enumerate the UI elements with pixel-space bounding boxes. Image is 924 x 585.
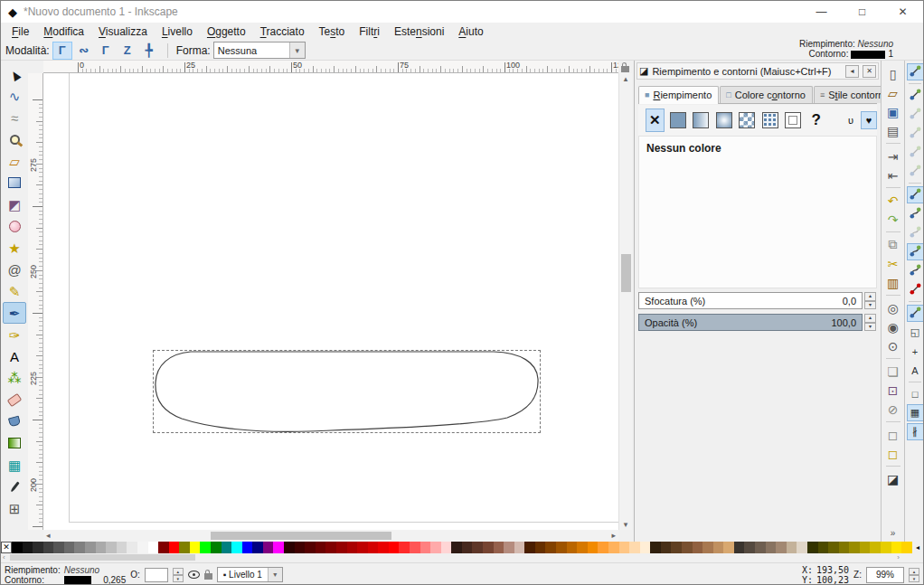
zoom-input[interactable]: 99% (866, 567, 904, 583)
unlink-clone-button[interactable]: ⊘ (883, 400, 903, 419)
palette-swatch[interactable] (723, 542, 734, 553)
redo-button[interactable]: ↷ (883, 210, 903, 229)
vertical-scrollbar-thumb[interactable] (621, 254, 631, 292)
box3d-tool[interactable]: ◩ (3, 193, 26, 215)
layer-visibility-icon[interactable] (188, 571, 200, 579)
palette-swatch[interactable] (399, 542, 410, 553)
fill-radial-gradient-button[interactable] (715, 109, 734, 132)
palette-swatch[interactable] (64, 542, 75, 553)
tweak-tool[interactable]: ≈ (3, 107, 26, 128)
palette-swatch[interactable] (441, 542, 452, 553)
snap-smooth-nodes-button[interactable] (907, 262, 924, 279)
mode-spiro[interactable]: ∾ (74, 42, 94, 60)
snap-midpoints-button[interactable] (907, 281, 924, 298)
horizontal-scrollbar[interactable]: ◂ ▸ (43, 530, 618, 542)
fill-help-button[interactable]: ? (807, 109, 826, 132)
palette-swatch[interactable] (263, 542, 274, 553)
palette-swatch[interactable] (12, 542, 23, 553)
fill-pattern-button[interactable] (738, 109, 757, 132)
new-document-button[interactable]: ▯ (883, 64, 903, 83)
copy-button[interactable]: ⧉ (883, 235, 903, 254)
opacity-slider[interactable]: Opacità (%) 100,0 (638, 314, 863, 331)
palette-swatch[interactable] (430, 542, 441, 553)
canvas[interactable] (43, 73, 618, 530)
mesh-tool[interactable]: ▦ (3, 454, 26, 476)
palette-swatch-none[interactable]: ✕ (1, 542, 12, 553)
drawn-path[interactable] (43, 73, 618, 530)
menu-visualizza[interactable]: Visualizza (91, 24, 155, 40)
snap-bbox-button[interactable] (907, 87, 924, 104)
dock-close-button[interactable]: ✕ (863, 65, 876, 78)
dropper-tool[interactable] (3, 476, 26, 497)
palette-swatch[interactable] (494, 542, 504, 553)
palette-swatch[interactable] (661, 542, 672, 553)
palette-swatch[interactable] (535, 542, 546, 553)
undo-button[interactable]: ↶ (883, 191, 903, 210)
snap-bbox-edge-midpoints-button[interactable] (907, 144, 924, 161)
fill-rule-evenodd-button[interactable]: υ (843, 111, 859, 129)
palette-swatch[interactable] (702, 542, 713, 553)
palette-swatch[interactable] (357, 542, 368, 553)
snap-rotation-center-button[interactable]: ◱ (907, 324, 924, 341)
print-button[interactable]: ▤ (883, 121, 903, 140)
menu-testo[interactable]: Testo (312, 24, 353, 40)
palette-swatch[interactable] (619, 542, 630, 553)
paint-bucket-tool[interactable] (3, 410, 26, 432)
snap-cusp-nodes-button[interactable] (907, 243, 924, 260)
minimize-button[interactable]: — (801, 1, 842, 23)
chevron-down-icon[interactable]: ▾ (289, 42, 305, 58)
horizontal-ruler[interactable]: 0255075100125 (43, 61, 618, 73)
status-stroke-swatch[interactable] (64, 576, 91, 584)
palette-swatch[interactable] (671, 542, 682, 553)
palette-swatch[interactable] (545, 542, 556, 553)
palette-swatch[interactable] (901, 542, 912, 553)
palette-swatch[interactable] (524, 542, 535, 553)
paste-button[interactable]: ▥ (883, 273, 903, 292)
palette-swatch[interactable] (598, 542, 608, 553)
palette-swatch[interactable] (514, 542, 525, 553)
palette-swatch[interactable] (744, 542, 755, 553)
zoom-page-button[interactable]: ⊙ (883, 336, 903, 355)
palette-swatch[interactable] (242, 542, 253, 553)
palette-swatch[interactable] (389, 542, 400, 553)
palette-swatch[interactable] (106, 542, 117, 553)
zoom-tool[interactable] (3, 128, 26, 150)
blur-slider[interactable]: Sfocatura (%) 0,0 (638, 292, 863, 309)
palette-swatch[interactable] (169, 542, 180, 553)
snap-page-border-button[interactable]: □ (907, 385, 924, 402)
palette-swatch[interactable] (336, 542, 347, 553)
text-tool[interactable]: A (3, 345, 26, 367)
layer-selector[interactable]: ▪ Livello 1 ▾ (217, 567, 283, 582)
palette-swatch[interactable] (305, 542, 316, 553)
palette-swatch[interactable] (85, 542, 96, 553)
fill-rule-nonzero-button[interactable]: ♥ (861, 111, 877, 129)
vertical-scrollbar[interactable]: ▴ ▾ (618, 73, 632, 530)
palette-swatch[interactable] (211, 542, 222, 553)
palette-scroll-left-icon[interactable]: ‹ (3, 553, 5, 561)
fill-stroke-dialog-button[interactable]: ◪ (883, 469, 903, 488)
selector-tool[interactable]: ▲ (3, 63, 26, 85)
palette-swatch[interactable] (127, 542, 137, 553)
palette-menu-arrow[interactable]: ◂ (913, 542, 922, 553)
palette-swatch[interactable] (200, 542, 211, 553)
menu-filtri[interactable]: Filtri (352, 24, 387, 40)
snap-object-centers-button[interactable] (907, 305, 924, 322)
snap-nodes-button[interactable] (907, 186, 924, 203)
palette-swatch[interactable] (222, 542, 232, 553)
fill-linear-gradient-button[interactable] (692, 109, 711, 132)
open-document-button[interactable]: ▱ (883, 83, 903, 102)
palette-swatch[interactable] (881, 542, 891, 553)
palette-swatch[interactable] (556, 542, 567, 553)
palette-swatch[interactable] (137, 542, 148, 553)
save-document-button[interactable]: ▣ (883, 102, 903, 121)
palette-swatch[interactable] (818, 542, 829, 553)
ellipse-tool[interactable] (3, 215, 26, 237)
vertical-ruler[interactable]: 275250225200 (28, 73, 43, 530)
scroll-down-icon[interactable]: ▾ (619, 520, 632, 529)
mode-bspline[interactable]: Γ (96, 42, 116, 60)
scroll-right-icon[interactable]: ▸ (611, 531, 616, 540)
menu-oggetto[interactable]: Oggetto (200, 24, 253, 40)
snap-path-intersections-button[interactable] (907, 224, 924, 241)
group-button[interactable]: ◻ (883, 425, 903, 444)
palette-swatch[interactable] (588, 542, 599, 553)
